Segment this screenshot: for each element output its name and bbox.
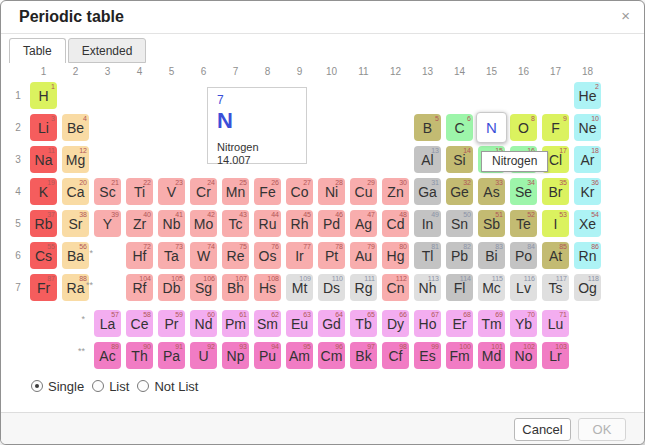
element-cell-kr[interactable]: 36Kr	[574, 178, 601, 205]
element-cell-pu[interactable]: 94Pu	[254, 342, 281, 369]
element-cell-md[interactable]: 101Md	[478, 342, 505, 369]
element-cell-lu[interactable]: 71Lu	[542, 310, 569, 337]
element-cell-no[interactable]: 102No	[510, 342, 537, 369]
element-cell-ti[interactable]: 22Ti	[126, 178, 153, 205]
element-cell-na[interactable]: 11Na	[30, 146, 57, 173]
element-cell-tc[interactable]: 43Tc	[222, 210, 249, 237]
element-cell-pa[interactable]: 91Pa	[158, 342, 185, 369]
element-cell-h[interactable]: 1H	[30, 82, 57, 109]
element-cell-cu[interactable]: 29Cu	[350, 178, 377, 205]
element-cell-ir[interactable]: 77Ir	[286, 242, 313, 269]
element-cell-o[interactable]: 8O	[510, 114, 537, 141]
element-cell-au[interactable]: 79Au	[350, 242, 377, 269]
element-cell-eu[interactable]: 63Eu	[286, 310, 313, 337]
element-cell-sb[interactable]: 51Sb	[478, 210, 505, 237]
element-cell-pb[interactable]: 82Pb	[446, 242, 473, 269]
element-cell-u[interactable]: 92U	[190, 342, 217, 369]
element-cell-hf[interactable]: 72Hf	[126, 242, 153, 269]
element-cell-re[interactable]: 75Re	[222, 242, 249, 269]
element-cell-be[interactable]: 4Be	[62, 114, 89, 141]
element-cell-ru[interactable]: 44Ru	[254, 210, 281, 237]
tab-table[interactable]: Table	[9, 38, 66, 63]
element-cell-mc[interactable]: 115Mc	[478, 274, 505, 301]
element-cell-dy[interactable]: 66Dy	[382, 310, 409, 337]
element-cell-bk[interactable]: 97Bk	[350, 342, 377, 369]
element-cell-li[interactable]: 3Li	[30, 114, 57, 141]
close-icon[interactable]: ×	[621, 1, 630, 31]
element-cell-cn[interactable]: 112Cn	[382, 274, 409, 301]
element-cell-fl[interactable]: 114Fl	[446, 274, 473, 301]
element-cell-og[interactable]: 118Og	[574, 274, 601, 301]
element-cell-cd[interactable]: 48Cd	[382, 210, 409, 237]
element-cell-sm[interactable]: 62Sm	[254, 310, 281, 337]
element-cell-pm[interactable]: 61Pm	[222, 310, 249, 337]
element-cell-nh[interactable]: 113Nh	[414, 274, 441, 301]
element-cell-zr[interactable]: 40Zr	[126, 210, 153, 237]
element-cell-mo[interactable]: 42Mo	[190, 210, 217, 237]
radio-list[interactable]: List	[92, 379, 129, 394]
element-cell-lr[interactable]: 103Lr	[542, 342, 569, 369]
element-cell-b[interactable]: 5B	[414, 114, 441, 141]
element-cell-cm[interactable]: 96Cm	[318, 342, 345, 369]
element-cell-ne[interactable]: 10Ne	[574, 114, 601, 141]
element-cell-y[interactable]: 39Y	[94, 210, 121, 237]
element-cell-np[interactable]: 93Np	[222, 342, 249, 369]
element-cell-f[interactable]: 9F	[542, 114, 569, 141]
element-cell-tm[interactable]: 69Tm	[478, 310, 505, 337]
element-cell-tb[interactable]: 65Tb	[350, 310, 377, 337]
element-cell-sc[interactable]: 21Sc	[94, 178, 121, 205]
element-cell-ac[interactable]: 89Ac	[94, 342, 121, 369]
element-cell-pr[interactable]: 59Pr	[158, 310, 185, 337]
ok-button[interactable]: OK	[578, 418, 626, 441]
element-cell-nd[interactable]: 60Nd	[190, 310, 217, 337]
element-cell-ni[interactable]: 28Ni	[318, 178, 345, 205]
element-cell-br[interactable]: 35Br	[542, 178, 569, 205]
element-cell-ts[interactable]: 117Ts	[542, 274, 569, 301]
element-cell-ta[interactable]: 73Ta	[158, 242, 185, 269]
tab-extended[interactable]: Extended	[68, 38, 147, 63]
element-cell-sr[interactable]: 38Sr	[62, 210, 89, 237]
element-cell-rf[interactable]: 104Rf	[126, 274, 153, 301]
element-cell-al[interactable]: 13Al	[414, 146, 441, 173]
element-cell-sn[interactable]: 50Sn	[446, 210, 473, 237]
element-cell-ga[interactable]: 31Ga	[414, 178, 441, 205]
element-cell-k[interactable]: 19K	[30, 178, 57, 205]
element-cell-at[interactable]: 85At	[542, 242, 569, 269]
element-cell-bi[interactable]: 83Bi	[478, 242, 505, 269]
element-cell-la[interactable]: 57La	[94, 310, 121, 337]
element-cell-ho[interactable]: 67Ho	[414, 310, 441, 337]
element-cell-db[interactable]: 105Db	[158, 274, 185, 301]
element-cell-rn[interactable]: 86Rn	[574, 242, 601, 269]
element-cell-am[interactable]: 95Am	[286, 342, 313, 369]
element-cell-ce[interactable]: 58Ce	[126, 310, 153, 337]
element-cell-hs[interactable]: 108Hs	[254, 274, 281, 301]
element-cell-rg[interactable]: 111Rg	[350, 274, 377, 301]
element-cell-he[interactable]: 2He	[574, 82, 601, 109]
element-cell-bh[interactable]: 107Bh	[222, 274, 249, 301]
element-cell-pt[interactable]: 78Pt	[318, 242, 345, 269]
element-cell-fr[interactable]: 87Fr	[30, 274, 57, 301]
element-cell-te[interactable]: 52Te	[510, 210, 537, 237]
cancel-button[interactable]: Cancel	[514, 418, 571, 441]
element-cell-nb[interactable]: 41Nb	[158, 210, 185, 237]
element-cell-ge[interactable]: 32Ge	[446, 178, 473, 205]
element-cell-ds[interactable]: 110Ds	[318, 274, 345, 301]
element-cell-mg[interactable]: 12Mg	[62, 146, 89, 173]
element-cell-cr[interactable]: 24Cr	[190, 178, 217, 205]
element-cell-cf[interactable]: 98Cf	[382, 342, 409, 369]
element-cell-es[interactable]: 99Es	[414, 342, 441, 369]
element-cell-as[interactable]: 33As	[478, 178, 505, 205]
element-cell-w[interactable]: 74W	[190, 242, 217, 269]
element-cell-os[interactable]: 76Os	[254, 242, 281, 269]
element-cell-xe[interactable]: 54Xe	[574, 210, 601, 237]
element-cell-tl[interactable]: 81Tl	[414, 242, 441, 269]
element-cell-in[interactable]: 49In	[414, 210, 441, 237]
element-cell-hg[interactable]: 80Hg	[382, 242, 409, 269]
element-cell-se[interactable]: 34Se	[510, 178, 537, 205]
element-cell-th[interactable]: 90Th	[126, 342, 153, 369]
element-cell-rh[interactable]: 45Rh	[286, 210, 313, 237]
element-cell-n[interactable]: N	[476, 112, 507, 143]
element-cell-fe[interactable]: 26Fe	[254, 178, 281, 205]
element-cell-fm[interactable]: 100Fm	[446, 342, 473, 369]
element-cell-mn[interactable]: 25Mn	[222, 178, 249, 205]
